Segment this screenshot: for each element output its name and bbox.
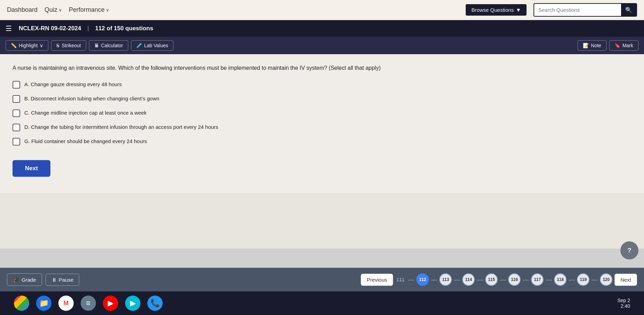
note-label: Note (591, 43, 601, 48)
page-dash-3: — (454, 276, 460, 283)
quiz-dropdown[interactable]: Quiz ∨ (44, 6, 62, 14)
option-c-checkbox[interactable] (13, 109, 20, 117)
performance-dropdown[interactable]: Performance ∨ (69, 6, 109, 14)
chrome-app-icon[interactable] (14, 296, 29, 311)
highlight-chevron-icon: ∨ (40, 43, 43, 48)
page-dash-9: — (592, 276, 598, 283)
page-115-circle[interactable]: 115 (485, 273, 498, 286)
bottom-navigation-bar: 🎓 Grade ⏸ Pause Previous 111 — 112 — 113… (0, 268, 644, 291)
next-button[interactable]: Next (13, 160, 50, 177)
performance-label: Performance (69, 6, 105, 14)
taskbar-time: 2:40 (617, 303, 630, 309)
files-app-icon[interactable]: 📁 (36, 296, 51, 311)
page-120-circle[interactable]: 120 (600, 273, 612, 286)
option-d-row[interactable]: D. Change the tubing for intermittent in… (13, 123, 631, 131)
highlight-label: Highlight (19, 43, 38, 48)
lab-values-label: Lab Values (144, 43, 168, 48)
strikeout-icon: S̶ (56, 43, 59, 48)
note-icon: 📝 (583, 43, 589, 48)
page-114-circle[interactable]: 114 (462, 273, 475, 286)
exam-title: NCLEX-RN 09-02-2024 (19, 25, 81, 32)
option-g-row[interactable]: G. Fluid container should be changed eve… (13, 138, 631, 146)
menu-app-icon[interactable]: ≡ (81, 296, 96, 311)
lab-values-button[interactable]: 🧪 Lab Values (131, 40, 173, 51)
calculator-button[interactable]: 🖩 Calculator (89, 40, 128, 51)
question-content: A nurse is maintaining an intravenous si… (0, 54, 644, 193)
strikeout-label: Strikeout (62, 43, 81, 48)
grade-icon: 🎓 (13, 276, 19, 283)
option-a-row[interactable]: A. Change gauze dressing every 48 hours (13, 81, 631, 89)
page-117-circle[interactable]: 117 (531, 273, 544, 286)
option-c-row[interactable]: C. Change midline injection cap at least… (13, 109, 631, 117)
page-dash-1: — (408, 276, 414, 283)
help-button[interactable]: ? (620, 241, 638, 259)
pause-icon: ⏸ (51, 277, 57, 283)
menu-icon[interactable]: ☰ (6, 24, 12, 33)
next-page-button[interactable]: Next (614, 274, 637, 286)
page-dash-6: — (523, 276, 529, 283)
grade-label: Grade (22, 277, 36, 283)
page-113-circle[interactable]: 113 (439, 273, 452, 286)
calculator-label: Calculator (101, 43, 123, 48)
gmail-app-icon[interactable]: M (58, 296, 74, 311)
pause-label: Pause (59, 277, 74, 283)
page-111[interactable]: 111 (395, 277, 406, 282)
page-119-circle[interactable]: 119 (577, 273, 589, 286)
search-button[interactable]: 🔍 (621, 4, 636, 16)
mark-icon: 🔖 (614, 43, 620, 48)
sub-navigation: ☰ NCLEX-RN 09-02-2024 | 112 of 150 quest… (0, 20, 644, 37)
play-app-icon[interactable]: ▶ (125, 296, 140, 311)
title-divider: | (88, 25, 89, 32)
taskbar-datetime: Sep 2 2:40 (617, 298, 630, 309)
grade-button[interactable]: 🎓 Grade (7, 273, 42, 286)
previous-button[interactable]: Previous (361, 274, 393, 286)
pause-button[interactable]: ⏸ Pause (46, 274, 80, 286)
page-116-circle[interactable]: 116 (508, 273, 521, 286)
lab-values-icon: 🧪 (136, 43, 142, 48)
option-a-text: A. Change gauze dressing every 48 hours (24, 81, 122, 88)
highlight-icon: ✏️ (11, 43, 17, 48)
mark-label: Mark (622, 43, 633, 48)
option-d-checkbox[interactable] (13, 124, 20, 131)
page-dash-8: — (569, 276, 575, 283)
option-g-text: G. Fluid container should be changed eve… (24, 138, 147, 145)
page-dash-7: — (546, 276, 552, 283)
browse-questions-label: Browse Questions (471, 7, 514, 13)
page-dash-4: — (477, 276, 483, 283)
youtube-app-icon[interactable]: ▶ (103, 296, 118, 311)
quiz-label: Quiz (44, 6, 57, 14)
performance-chevron-icon: ∨ (106, 8, 109, 13)
phone-app-icon[interactable]: 📞 (147, 296, 163, 311)
question-toolbar: ✏️ Highlight ∨ S̶ Strikeout 🖩 Calculator… (0, 37, 644, 54)
quiz-chevron-icon: ∨ (59, 8, 62, 13)
page-dash-2: — (431, 276, 437, 283)
dashboard-link[interactable]: Dashboard (7, 6, 38, 14)
pagination-controls: Previous 111 — 112 — 113 — 114 — 115 — 1… (361, 273, 637, 286)
note-button[interactable]: 📝 Note (578, 40, 606, 51)
option-a-checkbox[interactable] (13, 81, 20, 89)
option-b-text: B. Disconnect infusion tubing when chang… (24, 95, 159, 102)
taskbar-date: Sep 2 (617, 298, 630, 303)
option-g-checkbox[interactable] (13, 138, 20, 146)
search-bar: 🔍 (533, 3, 637, 17)
browse-chevron-icon: ▼ (516, 7, 521, 13)
page-dash-5: — (500, 276, 506, 283)
calculator-icon: 🖩 (94, 43, 99, 48)
question-count: 112 of 150 questions (95, 25, 153, 32)
option-d-text: D. Change the tubing for intermittent in… (24, 123, 218, 131)
page-118-circle[interactable]: 118 (554, 273, 566, 286)
question-text: A nurse is maintaining an intravenous si… (13, 64, 631, 72)
system-taskbar: 📁 M ≡ ▶ ▶ 📞 Sep 2 2:40 (0, 291, 644, 315)
content-spacer (0, 193, 644, 249)
mark-button[interactable]: 🔖 Mark (609, 40, 638, 51)
search-input[interactable] (534, 4, 621, 16)
highlight-button[interactable]: ✏️ Highlight ∨ (6, 40, 48, 51)
browse-questions-button[interactable]: Browse Questions ▼ (466, 4, 527, 16)
strikeout-button[interactable]: S̶ Strikeout (51, 40, 86, 51)
page-112-circle[interactable]: 112 (416, 273, 429, 286)
top-navigation: Dashboard Quiz ∨ Performance ∨ Browse Qu… (0, 0, 644, 20)
option-b-checkbox[interactable] (13, 95, 20, 103)
option-b-row[interactable]: B. Disconnect infusion tubing when chang… (13, 95, 631, 103)
option-c-text: C. Change midline injection cap at least… (24, 109, 147, 116)
